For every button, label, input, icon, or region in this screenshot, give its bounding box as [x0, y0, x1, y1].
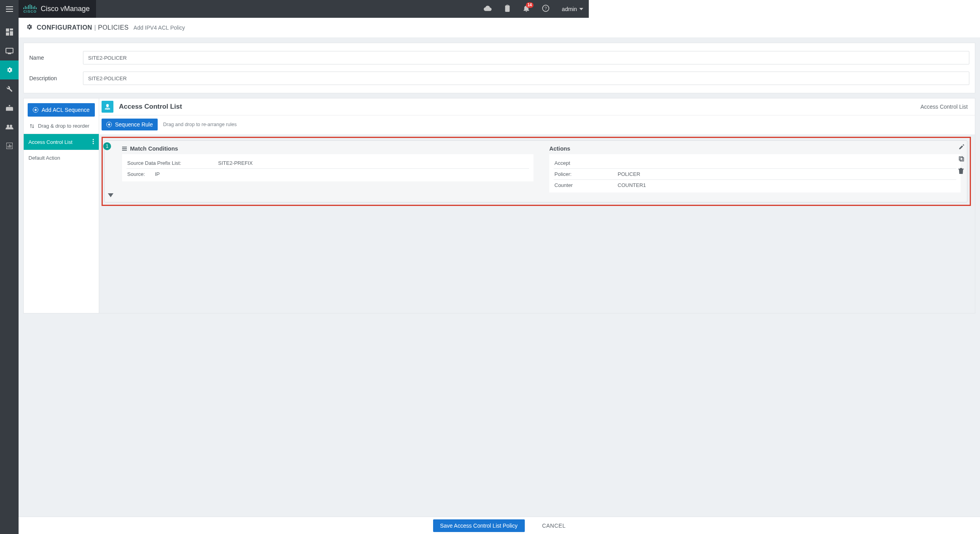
svg-rect-2	[6, 28, 9, 32]
sequence-side-panel: Add ACL Sequence Drag & drop to reorder …	[23, 98, 99, 313]
actions-title: Actions	[549, 145, 570, 152]
nav-dashboard[interactable]	[0, 23, 19, 42]
cisco-logo-icon: CISCO	[23, 4, 37, 13]
svg-rect-11	[8, 146, 8, 147]
left-nav-rail	[0, 18, 19, 321]
menu-icon	[6, 9, 13, 9]
workspace: Add ACL Sequence Drag & drop to reorder …	[23, 98, 589, 313]
action-label: Accept	[554, 160, 589, 166]
rule-card[interactable]: 1 Match Conditions Source Data Prefix Li…	[104, 140, 589, 202]
reorder-icon	[29, 123, 35, 129]
hamburger-menu-button[interactable]	[0, 0, 19, 18]
rule-area-title: Access Control List	[119, 103, 182, 111]
name-label: Name	[28, 55, 79, 61]
page-body: CONFIGURATION | POLICIES Add IPV4 ACL Po…	[19, 18, 589, 321]
svg-point-15	[92, 141, 94, 142]
drag-reorder-hint: Drag & drop to reorder	[24, 119, 99, 134]
user-name: admin	[562, 6, 577, 12]
match-conditions-column: Match Conditions Source Data Prefix List…	[122, 145, 533, 192]
svg-rect-18	[105, 108, 110, 109]
sidebar-item-default-action[interactable]: Default Action	[24, 150, 99, 166]
top-header: CISCO Cisco vManage 14 ? admin	[0, 0, 589, 18]
svg-rect-12	[9, 144, 10, 147]
nav-maintenance[interactable]	[0, 98, 19, 117]
app-title: Cisco vManage	[41, 5, 90, 13]
toolbar-hint: Drag and drop to re-arrange rules	[163, 122, 237, 127]
sidebar-item-label: Default Action	[28, 155, 60, 161]
nav-administration[interactable]	[0, 117, 19, 136]
breadcrumb-page: Add IPV4 ACL Policy	[134, 25, 185, 31]
match-value: SITE2-PREFIX	[218, 160, 253, 166]
nav-tools[interactable]	[0, 79, 19, 98]
sequence-rule-button[interactable]: Sequence Rule	[102, 119, 158, 130]
svg-rect-5	[6, 32, 9, 36]
svg-rect-7	[8, 53, 11, 54]
svg-rect-13	[10, 145, 11, 147]
cloud-icon[interactable]	[484, 6, 492, 13]
svg-text:?: ?	[545, 6, 547, 10]
svg-point-9	[9, 125, 12, 127]
nav-configuration[interactable]	[0, 60, 19, 79]
svg-rect-3	[10, 28, 13, 30]
match-value: IP	[155, 171, 160, 177]
rules-list[interactable]: 1 Match Conditions Source Data Prefix Li…	[99, 134, 589, 313]
nav-monitor[interactable]	[0, 42, 19, 60]
rule-highlight: 1 Match Conditions Source Data Prefix Li…	[102, 137, 589, 206]
notifications-bell-icon[interactable]: 14	[523, 5, 530, 13]
svg-point-17	[106, 104, 109, 107]
breadcrumb-section: CONFIGURATION | POLICIES	[37, 24, 129, 31]
collapse-icon[interactable]	[108, 192, 113, 199]
clipboard-icon[interactable]	[504, 5, 511, 13]
svg-point-14	[92, 139, 94, 140]
plus-icon	[106, 122, 112, 127]
more-icon[interactable]	[92, 139, 94, 145]
user-menu[interactable]: admin	[562, 6, 583, 12]
rule-number-badge: 1	[103, 142, 111, 150]
match-label: Source Data Prefix List:	[127, 160, 218, 166]
breadcrumb: CONFIGURATION | POLICIES Add IPV4 ACL Po…	[19, 18, 589, 38]
description-label: Description	[28, 75, 79, 81]
description-input[interactable]	[83, 72, 589, 85]
gear-icon	[26, 23, 33, 32]
match-label: Source:	[127, 171, 155, 177]
svg-point-8	[7, 125, 9, 127]
rule-area-header: Access Control List Access Control List	[99, 98, 589, 115]
policy-form-card: Name Description	[23, 43, 589, 93]
action-label: Counter	[554, 182, 589, 188]
rule-toolbar: Sequence Rule Drag and drop to re-arrang…	[99, 115, 589, 134]
help-icon[interactable]: ?	[542, 5, 549, 13]
name-input[interactable]	[83, 51, 589, 64]
nav-analytics[interactable]	[0, 136, 19, 155]
drag-handle-icon[interactable]	[122, 148, 127, 149]
sidebar-item-acl[interactable]: Access Control List	[24, 134, 99, 150]
svg-rect-4	[10, 31, 13, 36]
action-label: Policer:	[554, 171, 589, 177]
notifications-count-badge: 14	[526, 2, 533, 8]
chevron-down-icon	[579, 8, 583, 10]
sidebar-item-label: Access Control List	[28, 139, 72, 145]
add-acl-sequence-button[interactable]: Add ACL Sequence	[28, 103, 95, 117]
acl-icon	[102, 101, 113, 113]
svg-point-16	[92, 143, 94, 144]
svg-rect-6	[6, 48, 13, 53]
rule-editor-area: Access Control List Access Control List …	[99, 98, 589, 313]
plus-icon	[33, 107, 38, 113]
match-title: Match Conditions	[130, 145, 178, 152]
brand-area: CISCO Cisco vManage	[19, 0, 96, 18]
actions-column: Actions Accept Policer:POLICER CounterCO…	[549, 145, 589, 192]
